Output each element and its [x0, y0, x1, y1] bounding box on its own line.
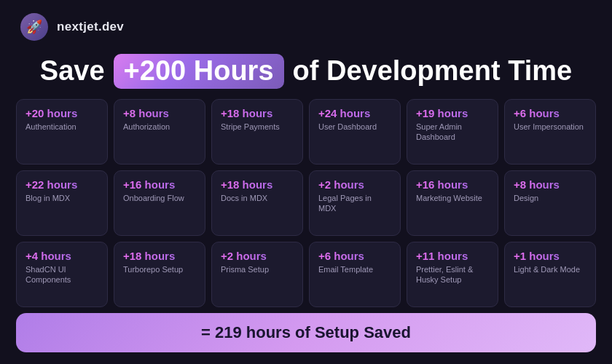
feature-card: +1 hoursLight & Dark Mode: [504, 242, 596, 307]
feature-card: +16 hoursMarketing Website: [407, 170, 498, 236]
card-label: User Impersonation: [514, 122, 584, 132]
card-hours: +18 hours: [123, 250, 175, 263]
card-label: Prisma Setup: [221, 264, 269, 274]
feature-card: +4 hoursShadCN UI Components: [16, 242, 108, 307]
hero-section: Save +200 Hours of Development Time: [0, 48, 612, 99]
feature-card: +18 hoursTurborepo Setup: [114, 242, 205, 307]
card-hours: +6 hours: [514, 107, 560, 120]
card-label: Authorization: [123, 122, 170, 132]
card-label: Authentication: [26, 122, 76, 132]
card-hours: +16 hours: [416, 178, 468, 191]
card-hours: +1 hours: [514, 250, 560, 263]
feature-card: +18 hoursDocs in MDX: [211, 170, 303, 236]
card-label: Design: [514, 193, 538, 203]
hero-title-highlight: +200 Hours: [114, 54, 284, 89]
card-label: Prettier, Eslint & Husky Setup: [416, 264, 489, 285]
header: 🚀 nextjet.dev: [0, 0, 612, 48]
card-hours: +19 hours: [416, 107, 468, 120]
hero-title-after: of Development Time: [293, 55, 573, 87]
feature-card: +11 hoursPrettier, Eslint & Husky Setup: [407, 242, 498, 307]
feature-card: +2 hoursPrisma Setup: [211, 242, 303, 307]
card-hours: +22 hours: [26, 178, 77, 191]
card-hours: +2 hours: [221, 250, 267, 263]
card-label: Legal Pages in MDX: [318, 193, 391, 214]
card-hours: +4 hours: [26, 250, 71, 263]
card-label: Light & Dark Mode: [514, 264, 580, 274]
card-label: Blog in MDX: [26, 193, 70, 203]
feature-card: +6 hoursEmail Template: [309, 242, 401, 307]
feature-card: +6 hoursUser Impersonation: [504, 99, 596, 165]
card-label: Super Admin Dashboard: [416, 122, 489, 143]
feature-card: +20 hoursAuthentication: [16, 99, 108, 165]
feature-card: +8 hoursDesign: [504, 170, 596, 236]
card-hours: +2 hours: [318, 178, 364, 191]
card-label: ShadCN UI Components: [26, 264, 98, 285]
card-hours: +16 hours: [123, 178, 175, 191]
card-label: Email Template: [318, 264, 373, 274]
card-hours: +8 hours: [123, 107, 169, 120]
card-label: User Dashboard: [318, 122, 377, 132]
card-hours: +8 hours: [514, 178, 560, 191]
feature-card: +24 hoursUser Dashboard: [309, 99, 401, 165]
card-hours: +11 hours: [416, 250, 468, 263]
footer-hours: 219 hours: [215, 323, 291, 341]
card-hours: +24 hours: [318, 107, 370, 120]
feature-card: +8 hoursAuthorization: [114, 99, 205, 165]
card-hours: +18 hours: [221, 107, 272, 120]
card-label: Turborepo Setup: [123, 264, 183, 274]
logo-icon: 🚀: [20, 13, 48, 41]
card-label: Onboarding Flow: [123, 193, 184, 203]
feature-card: +2 hoursLegal Pages in MDX: [309, 170, 401, 236]
hero-title-before: Save: [40, 55, 105, 87]
card-label: Stripe Payments: [221, 122, 280, 132]
feature-card: +19 hoursSuper Admin Dashboard: [407, 99, 498, 165]
footer-banner: = 219 hours of Setup Saved: [16, 313, 596, 352]
cards-grid: +20 hoursAuthentication+8 hoursAuthoriza…: [0, 99, 612, 307]
card-label: Marketing Website: [416, 193, 482, 203]
card-hours: +20 hours: [26, 107, 77, 120]
feature-card: +22 hoursBlog in MDX: [16, 170, 108, 236]
logo-text: nextjet.dev: [57, 20, 124, 34]
feature-card: +16 hoursOnboarding Flow: [114, 170, 205, 236]
card-hours: +18 hours: [221, 178, 272, 191]
card-hours: +6 hours: [318, 250, 364, 263]
hero-title: Save +200 Hours of Development Time: [20, 54, 592, 89]
card-label: Docs in MDX: [221, 193, 267, 203]
feature-card: +18 hoursStripe Payments: [211, 99, 303, 165]
footer-text: = 219 hours of Setup Saved: [26, 323, 586, 342]
